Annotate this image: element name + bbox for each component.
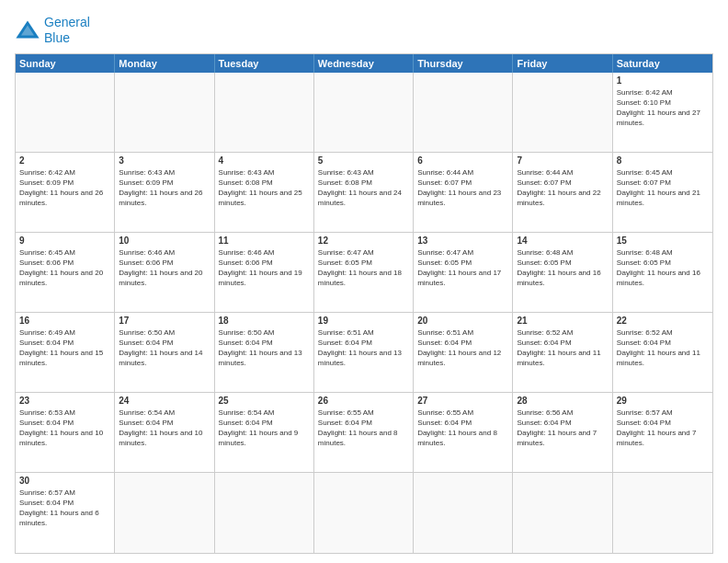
calendar-cell [314, 473, 414, 553]
cell-date: 20 [417, 316, 508, 326]
cell-date: 1 [617, 75, 709, 86]
calendar-cell [414, 473, 513, 553]
cell-date: 12 [318, 236, 409, 246]
cell-info: Sunrise: 6:48 AMSunset: 6:05 PMDaylight:… [517, 247, 608, 289]
calendar-cell: 9 Sunrise: 6:45 AMSunset: 6:06 PMDayligh… [16, 233, 115, 312]
calendar-cell [513, 73, 612, 152]
cell-info: Sunrise: 6:46 AMSunset: 6:06 PMDaylight:… [219, 247, 310, 289]
calendar-cell [16, 73, 115, 152]
logo: General Blue [15, 15, 90, 46]
cell-info: Sunrise: 6:43 AMSunset: 6:08 PMDaylight:… [219, 167, 310, 209]
day-header-tuesday: Tuesday [215, 54, 314, 73]
cell-info: Sunrise: 6:46 AMSunset: 6:06 PMDaylight:… [119, 247, 210, 289]
cell-info: Sunrise: 6:48 AMSunset: 6:05 PMDaylight:… [617, 247, 709, 289]
cell-date: 17 [119, 316, 210, 326]
cell-info: Sunrise: 6:52 AMSunset: 6:04 PMDaylight:… [517, 327, 608, 369]
cell-date: 13 [417, 236, 508, 246]
cell-info: Sunrise: 6:54 AMSunset: 6:04 PMDaylight:… [119, 408, 210, 449]
calendar-cell [215, 473, 314, 553]
cell-date: 25 [219, 396, 310, 406]
calendar-cell: 25 Sunrise: 6:54 AMSunset: 6:04 PMDaylig… [215, 393, 314, 472]
cell-date: 18 [219, 316, 310, 326]
calendar-cell: 14 Sunrise: 6:48 AMSunset: 6:05 PMDaylig… [513, 233, 612, 312]
calendar-cell: 26 Sunrise: 6:55 AMSunset: 6:04 PMDaylig… [314, 393, 414, 472]
day-header-thursday: Thursday [414, 54, 513, 73]
cell-date: 11 [219, 236, 310, 246]
cell-date: 16 [19, 316, 110, 326]
day-header-friday: Friday [513, 54, 612, 73]
calendar-cell: 28 Sunrise: 6:56 AMSunset: 6:04 PMDaylig… [513, 393, 612, 472]
cell-date: 8 [617, 155, 709, 166]
calendar-cell: 4 Sunrise: 6:43 AMSunset: 6:08 PMDayligh… [215, 153, 314, 232]
cell-info: Sunrise: 6:47 AMSunset: 6:05 PMDaylight:… [318, 247, 409, 289]
page-header: General Blue [15, 15, 713, 46]
calendar-cell: 8 Sunrise: 6:45 AMSunset: 6:07 PMDayligh… [613, 153, 712, 232]
cell-date: 26 [318, 396, 409, 406]
calendar-cell: 12 Sunrise: 6:47 AMSunset: 6:05 PMDaylig… [314, 233, 414, 312]
calendar-cell: 2 Sunrise: 6:42 AMSunset: 6:09 PMDayligh… [16, 153, 115, 232]
calendar: SundayMondayTuesdayWednesdayThursdayFrid… [15, 53, 713, 554]
day-header-wednesday: Wednesday [314, 54, 414, 73]
cell-date: 2 [19, 155, 110, 166]
calendar-cell: 13 Sunrise: 6:47 AMSunset: 6:05 PMDaylig… [414, 233, 513, 312]
cell-date: 30 [19, 476, 110, 486]
calendar-cell: 27 Sunrise: 6:55 AMSunset: 6:04 PMDaylig… [414, 393, 513, 472]
calendar-cell: 19 Sunrise: 6:51 AMSunset: 6:04 PMDaylig… [314, 313, 414, 392]
cell-info: Sunrise: 6:49 AMSunset: 6:04 PMDaylight:… [19, 327, 110, 369]
cell-info: Sunrise: 6:52 AMSunset: 6:04 PMDaylight:… [617, 327, 709, 369]
cell-date: 22 [617, 316, 709, 326]
day-header-sunday: Sunday [16, 54, 115, 73]
calendar-row: 30 Sunrise: 6:57 AMSunset: 6:04 PMDaylig… [16, 473, 712, 553]
calendar-cell: 5 Sunrise: 6:43 AMSunset: 6:08 PMDayligh… [314, 153, 414, 232]
calendar-cell: 24 Sunrise: 6:54 AMSunset: 6:04 PMDaylig… [115, 393, 214, 472]
cell-info: Sunrise: 6:44 AMSunset: 6:07 PMDaylight:… [417, 167, 508, 209]
calendar-row: 2 Sunrise: 6:42 AMSunset: 6:09 PMDayligh… [16, 153, 712, 233]
cell-date: 14 [517, 236, 608, 246]
cell-date: 5 [318, 155, 409, 166]
cell-info: Sunrise: 6:45 AMSunset: 6:07 PMDaylight:… [617, 167, 709, 209]
calendar-row: 16 Sunrise: 6:49 AMSunset: 6:04 PMDaylig… [16, 313, 712, 393]
cell-date: 29 [617, 396, 709, 406]
calendar-cell: 30 Sunrise: 6:57 AMSunset: 6:04 PMDaylig… [16, 473, 115, 553]
cell-date: 7 [517, 155, 608, 166]
calendar-cell [115, 473, 214, 553]
calendar-cell: 7 Sunrise: 6:44 AMSunset: 6:07 PMDayligh… [513, 153, 612, 232]
cell-info: Sunrise: 6:47 AMSunset: 6:05 PMDaylight:… [417, 247, 508, 289]
calendar-cell: 11 Sunrise: 6:46 AMSunset: 6:06 PMDaylig… [215, 233, 314, 312]
calendar-row: 1 Sunrise: 6:42 AMSunset: 6:10 PMDayligh… [16, 73, 712, 153]
calendar-cell: 3 Sunrise: 6:43 AMSunset: 6:09 PMDayligh… [115, 153, 214, 232]
calendar-cell [314, 73, 414, 152]
calendar-row: 9 Sunrise: 6:45 AMSunset: 6:06 PMDayligh… [16, 233, 712, 313]
calendar-cell: 29 Sunrise: 6:57 AMSunset: 6:04 PMDaylig… [613, 393, 712, 472]
cell-info: Sunrise: 6:55 AMSunset: 6:04 PMDaylight:… [417, 408, 508, 449]
cell-date: 27 [417, 396, 508, 406]
cell-info: Sunrise: 6:53 AMSunset: 6:04 PMDaylight:… [19, 408, 110, 449]
cell-info: Sunrise: 6:51 AMSunset: 6:04 PMDaylight:… [318, 327, 409, 369]
cell-date: 15 [617, 236, 709, 246]
calendar-cell: 21 Sunrise: 6:52 AMSunset: 6:04 PMDaylig… [513, 313, 612, 392]
cell-info: Sunrise: 6:44 AMSunset: 6:07 PMDaylight:… [517, 167, 608, 209]
calendar-cell [115, 73, 214, 152]
cell-info: Sunrise: 6:54 AMSunset: 6:04 PMDaylight:… [219, 408, 310, 449]
calendar-cell: 10 Sunrise: 6:46 AMSunset: 6:06 PMDaylig… [115, 233, 214, 312]
calendar-cell: 16 Sunrise: 6:49 AMSunset: 6:04 PMDaylig… [16, 313, 115, 392]
day-header-saturday: Saturday [613, 54, 712, 73]
calendar-cell: 15 Sunrise: 6:48 AMSunset: 6:05 PMDaylig… [613, 233, 712, 312]
cell-info: Sunrise: 6:50 AMSunset: 6:04 PMDaylight:… [219, 327, 310, 369]
cell-date: 9 [19, 236, 110, 246]
calendar-cell: 23 Sunrise: 6:53 AMSunset: 6:04 PMDaylig… [16, 393, 115, 472]
cell-info: Sunrise: 6:45 AMSunset: 6:06 PMDaylight:… [19, 247, 110, 289]
cell-info: Sunrise: 6:43 AMSunset: 6:09 PMDaylight:… [119, 167, 210, 209]
logo-general: General [44, 15, 90, 29]
logo-icon [15, 17, 40, 43]
cell-info: Sunrise: 6:57 AMSunset: 6:04 PMDaylight:… [617, 408, 709, 449]
calendar-cell: 22 Sunrise: 6:52 AMSunset: 6:04 PMDaylig… [613, 313, 712, 392]
calendar-row: 23 Sunrise: 6:53 AMSunset: 6:04 PMDaylig… [16, 393, 712, 473]
cell-info: Sunrise: 6:50 AMSunset: 6:04 PMDaylight:… [119, 327, 210, 369]
cell-info: Sunrise: 6:51 AMSunset: 6:04 PMDaylight:… [417, 327, 508, 369]
cell-date: 10 [119, 236, 210, 246]
calendar-cell [613, 473, 712, 553]
calendar-cell: 20 Sunrise: 6:51 AMSunset: 6:04 PMDaylig… [414, 313, 513, 392]
cell-date: 19 [318, 316, 409, 326]
calendar-cell: 17 Sunrise: 6:50 AMSunset: 6:04 PMDaylig… [115, 313, 214, 392]
